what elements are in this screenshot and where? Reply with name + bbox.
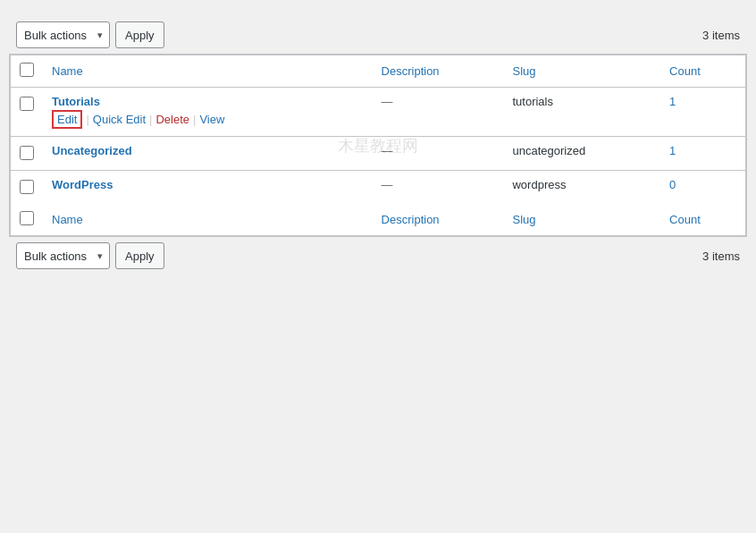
table-row: Uncategorized — uncategorized 1 [11, 137, 746, 171]
delete-link-tutorials[interactable]: Delete [155, 113, 189, 126]
description-uncategorized: — [382, 144, 393, 157]
checkbox-uncategorized[interactable] [20, 146, 34, 160]
top-items-count: 3 items [702, 29, 740, 42]
link-uncategorized[interactable]: Uncategorized [52, 144, 364, 157]
table-footer-row: Name Description Slug Count [11, 204, 746, 236]
cell-name-wordpress: WordPress [43, 171, 373, 205]
cell-name-uncategorized: Uncategorized [43, 137, 373, 171]
footer-description[interactable]: Description [373, 204, 504, 236]
link-tutorials[interactable]: Tutorials [52, 95, 364, 108]
bottom-apply-button[interactable]: Apply [115, 242, 164, 269]
bottom-tablenav-left: Bulk actions Delete Apply [16, 242, 164, 269]
bottom-items-count: 3 items [702, 250, 740, 263]
count-link-wordpress[interactable]: 0 [669, 178, 676, 191]
count-link-uncategorized[interactable]: 1 [669, 144, 676, 157]
cell-name-tutorials: Tutorials Edit | Quick Edit | Delete | V… [43, 88, 373, 137]
bottom-bulk-actions-select[interactable]: Bulk actions Delete [16, 242, 110, 269]
row-actions-tutorials: Edit | Quick Edit | Delete | View [52, 110, 364, 129]
sep2: | [149, 113, 152, 126]
header-name[interactable]: Name [43, 55, 373, 88]
description-wordpress: — [382, 178, 393, 191]
count-link-tutorials[interactable]: 1 [669, 95, 676, 108]
row-checkbox-tutorials [11, 88, 44, 137]
table-row: WordPress — wordpress 0 [11, 171, 746, 205]
cell-slug-tutorials: tutorials [503, 88, 660, 137]
table-row: Tutorials Edit | Quick Edit | Delete | V… [11, 88, 746, 137]
edit-link-tutorials[interactable]: Edit [52, 110, 82, 129]
header-description[interactable]: Description [373, 55, 504, 88]
row-checkbox-wordpress [11, 171, 44, 205]
table-header-row: Name Description Slug Count [11, 55, 746, 88]
select-all-checkbox-bottom[interactable] [20, 211, 34, 225]
footer-slug[interactable]: Slug [503, 204, 660, 236]
view-link-tutorials[interactable]: View [199, 113, 224, 126]
quick-edit-link-tutorials[interactable]: Quick Edit [93, 113, 146, 126]
table-wrapper: 木星教程网 Name Description Slug Count [9, 54, 747, 237]
top-apply-button[interactable]: Apply [115, 21, 164, 48]
footer-name[interactable]: Name [43, 204, 373, 236]
header-check-column [11, 55, 44, 88]
cell-description-uncategorized: — [373, 137, 504, 171]
header-count[interactable]: Count [660, 55, 745, 88]
categories-table: Name Description Slug Count Tutorials Ed… [10, 55, 746, 236]
sep3: | [193, 113, 196, 126]
bottom-bulk-select-wrapper[interactable]: Bulk actions Delete [16, 242, 110, 269]
top-bulk-actions-select[interactable]: Bulk actions Delete [16, 21, 110, 48]
checkbox-wordpress[interactable] [20, 180, 34, 194]
footer-check-column [11, 204, 44, 236]
checkbox-tutorials[interactable] [20, 97, 34, 111]
page-wrap: Bulk actions Delete Apply 3 items 木星教程网 … [9, 9, 747, 282]
link-wordpress[interactable]: WordPress [52, 178, 364, 191]
cell-slug-wordpress: wordpress [503, 171, 660, 205]
top-tablenav-left: Bulk actions Delete Apply [16, 21, 164, 48]
footer-count[interactable]: Count [660, 204, 745, 236]
top-tablenav: Bulk actions Delete Apply 3 items [9, 16, 747, 54]
cell-count-tutorials: 1 [660, 88, 745, 137]
cell-count-wordpress: 0 [660, 171, 745, 205]
sep1: | [86, 113, 88, 126]
top-bulk-select-wrapper[interactable]: Bulk actions Delete [16, 21, 110, 48]
select-all-checkbox-top[interactable] [20, 63, 34, 77]
header-slug[interactable]: Slug [503, 55, 660, 88]
cell-description-tutorials: — [373, 88, 504, 137]
bottom-tablenav: Bulk actions Delete Apply 3 items [9, 237, 747, 275]
cell-description-wordpress: — [373, 171, 504, 205]
cell-count-uncategorized: 1 [660, 137, 745, 171]
cell-slug-uncategorized: uncategorized [503, 137, 660, 171]
description-tutorials: — [382, 95, 393, 108]
row-checkbox-uncategorized [11, 137, 44, 171]
